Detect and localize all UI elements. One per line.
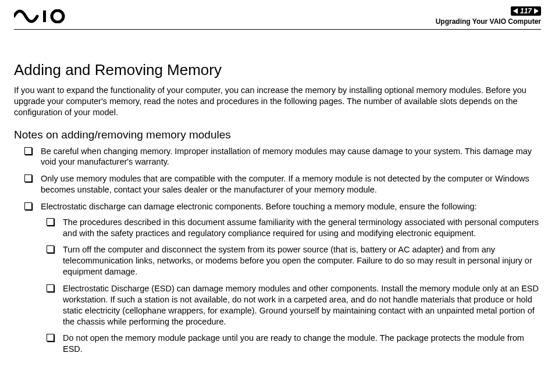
intro-paragraph: If you want to expand the functionality … xyxy=(14,85,541,118)
notes-sublist: The procedures described in this documen… xyxy=(41,217,541,355)
list-item: Only use memory modules that are compati… xyxy=(24,173,541,195)
subsection-title: Notes on adding/removing memory modules xyxy=(14,129,541,141)
document-page: 117 Upgrading Your VAIO Computer Adding … xyxy=(0,0,555,372)
section-title: Upgrading Your VAIO Computer xyxy=(436,17,541,26)
notes-list: Be careful when changing memory. Imprope… xyxy=(14,146,541,355)
page-nav[interactable]: 117 xyxy=(511,6,541,16)
next-page-icon[interactable] xyxy=(534,8,539,14)
page-number: 117 xyxy=(520,7,532,15)
vaio-logo xyxy=(14,6,78,23)
page-title: Adding and Removing Memory xyxy=(14,61,541,79)
header-right: 117 Upgrading Your VAIO Computer xyxy=(436,6,541,26)
svg-point-1 xyxy=(52,10,63,22)
list-item: Be careful when changing memory. Imprope… xyxy=(24,146,541,168)
list-item: Turn off the computer and disconnect the… xyxy=(47,244,541,277)
page-header: 117 Upgrading Your VAIO Computer xyxy=(14,6,541,30)
list-item-text: Electrostatic discharge can damage elect… xyxy=(41,202,477,211)
list-item: Electrostatic discharge can damage elect… xyxy=(24,201,541,355)
list-item: Electrostatic Discharge (ESD) can damage… xyxy=(47,283,541,327)
list-item: Do not open the memory module package un… xyxy=(47,333,541,355)
vaio-logo-svg xyxy=(14,9,78,23)
prev-page-icon[interactable] xyxy=(513,8,518,14)
list-item: The procedures described in this documen… xyxy=(47,217,541,239)
svg-rect-0 xyxy=(43,10,46,22)
